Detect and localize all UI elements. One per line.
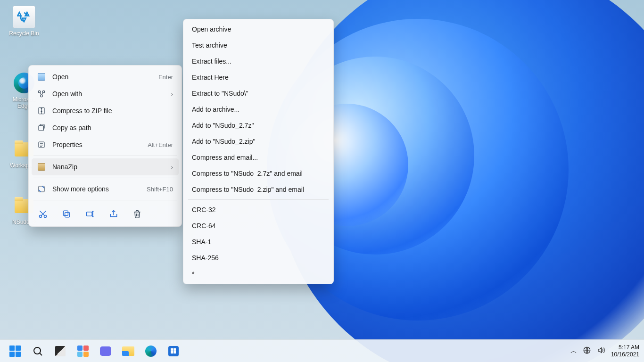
sub-open-archive[interactable]: Open archive <box>185 21 331 37</box>
sub-extract-to[interactable]: Extract to "NSudo\" <box>185 85 331 101</box>
clock-date: 10/16/2021 <box>611 351 639 358</box>
cut-button[interactable] <box>36 207 50 221</box>
ctx-action-row <box>32 203 179 223</box>
sub-extract-here[interactable]: Extract Here <box>185 69 331 85</box>
sub-sha256[interactable]: SHA-256 <box>185 250 331 266</box>
nanazip-icon <box>37 163 46 171</box>
sub-add-7z[interactable]: Add to "NSudo_2.7z" <box>185 117 331 133</box>
taskbar-clock[interactable]: 5:17 AM 10/16/2021 <box>611 344 639 358</box>
svg-rect-10 <box>63 211 68 215</box>
taskbar: ︿ 5:17 AM 10/16/2021 <box>0 339 644 362</box>
svg-rect-4 <box>39 126 44 131</box>
ctx-item-accel: Shift+F10 <box>147 186 173 193</box>
svg-rect-11 <box>87 212 92 216</box>
ctx-item-label: NanaZip <box>52 163 165 171</box>
open-icon <box>37 73 46 81</box>
separator <box>33 178 177 178</box>
ctx-item-accel: Enter <box>158 74 173 81</box>
ctx-item-label: Copy as path <box>52 124 173 132</box>
chat-button[interactable] <box>96 342 115 361</box>
sub-test-archive[interactable]: Test archive <box>185 37 331 53</box>
start-button[interactable] <box>6 342 25 361</box>
open-with-icon <box>37 90 46 98</box>
ctx-copy-path[interactable]: Copy as path <box>32 119 179 136</box>
tray-overflow-icon[interactable]: ︿ <box>570 347 577 355</box>
desktop-icon-label: Recycle Bin <box>7 30 41 37</box>
context-menu: Open Enter Open with › Compress to ZIP f… <box>28 65 182 227</box>
recycle-bin-icon <box>13 6 35 28</box>
sub-star[interactable]: * <box>185 266 331 282</box>
widgets-button[interactable] <box>74 342 92 361</box>
ctx-item-accel: Alt+Enter <box>148 141 173 148</box>
separator <box>188 199 329 200</box>
sub-compress-email[interactable]: Compress and email... <box>185 149 331 165</box>
taskbar-pinned <box>6 342 183 361</box>
store-button[interactable] <box>164 342 183 361</box>
delete-button[interactable] <box>131 207 144 221</box>
chevron-right-icon: › <box>171 164 173 171</box>
ctx-open-with[interactable]: Open with › <box>32 85 179 102</box>
network-icon[interactable] <box>583 346 591 356</box>
sub-crc64[interactable]: CRC-64 <box>185 218 331 234</box>
ctx-open[interactable]: Open Enter <box>32 68 179 85</box>
sub-extract-files[interactable]: Extract files... <box>185 53 331 69</box>
volume-icon[interactable] <box>597 346 605 356</box>
ctx-show-more-options[interactable]: Show more options Shift+F10 <box>32 181 179 197</box>
svg-point-2 <box>41 95 43 97</box>
file-explorer-button[interactable] <box>119 342 138 361</box>
svg-rect-9 <box>65 213 70 217</box>
svg-rect-6 <box>39 186 44 192</box>
separator <box>33 156 177 156</box>
ctx-item-label: Properties <box>52 141 141 148</box>
separator <box>33 200 177 200</box>
ctx-item-label: Open <box>52 73 152 81</box>
ctx-nanazip[interactable]: NanaZip › <box>32 158 179 175</box>
system-tray: ︿ 5:17 AM 10/16/2021 <box>570 344 639 358</box>
copy-path-icon <box>37 123 46 132</box>
sub-add-zip[interactable]: Add to "NSudo_2.zip" <box>185 133 331 149</box>
ctx-item-label: Open with <box>52 90 165 98</box>
sub-sha1[interactable]: SHA-1 <box>185 234 331 250</box>
ctx-item-label: Compress to ZIP file <box>52 107 173 115</box>
share-button[interactable] <box>107 207 120 221</box>
desktop-icon-recycle-bin[interactable]: Recycle Bin <box>7 6 41 37</box>
sub-compress-zip-email[interactable]: Compress to "NSudo_2.zip" and email <box>185 181 331 197</box>
ctx-compress-zip[interactable]: Compress to ZIP file <box>32 102 179 119</box>
svg-point-12 <box>34 347 41 354</box>
sub-compress-7z-email[interactable]: Compress to "NSudo_2.7z" and email <box>185 165 331 181</box>
zip-icon <box>37 107 46 115</box>
task-view-button[interactable] <box>51 342 70 361</box>
nanazip-submenu: Open archive Test archive Extract files.… <box>183 19 334 284</box>
show-more-icon <box>37 185 46 193</box>
properties-icon <box>37 140 46 149</box>
sub-add-archive[interactable]: Add to archive... <box>185 101 331 117</box>
ctx-item-label: Show more options <box>52 185 140 193</box>
copy-button[interactable] <box>60 207 73 221</box>
edge-button[interactable] <box>141 342 160 361</box>
rename-button[interactable] <box>83 207 97 221</box>
ctx-properties[interactable]: Properties Alt+Enter <box>32 136 179 153</box>
clock-time: 5:17 AM <box>611 344 639 351</box>
search-button[interactable] <box>28 342 47 361</box>
chevron-right-icon: › <box>171 90 173 98</box>
sub-crc32[interactable]: CRC-32 <box>185 202 331 218</box>
